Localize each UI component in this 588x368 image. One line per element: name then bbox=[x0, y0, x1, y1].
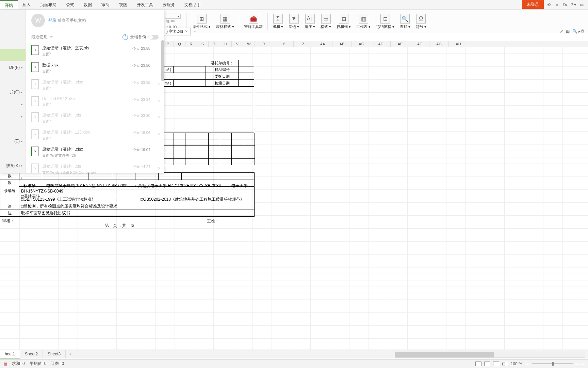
seg-cell-7[interactable] bbox=[182, 172, 218, 180]
hscroll-thumb[interactable] bbox=[395, 352, 494, 357]
doctab-right-0[interactable]: ⤢ bbox=[560, 29, 563, 34]
sheet-tab-heet1[interactable]: heet1 bbox=[0, 350, 20, 358]
percent-comma[interactable]: % ⁰⁰⁰ bbox=[165, 19, 181, 24]
data-cell-2-5[interactable] bbox=[220, 146, 232, 152]
data-cell-2-3[interactable] bbox=[197, 146, 209, 152]
menu-tab-4[interactable]: 数据 bbox=[79, 0, 97, 9]
data-cell-0-4[interactable] bbox=[209, 133, 220, 139]
col-header-U[interactable]: U bbox=[220, 41, 232, 47]
close-tab-icon[interactable]: × bbox=[185, 29, 187, 34]
menu-tab-9[interactable]: 文档助手 bbox=[180, 0, 206, 9]
col-header-P[interactable]: P bbox=[162, 41, 174, 47]
view-normal-icon[interactable] bbox=[475, 362, 481, 366]
menu-tab-0[interactable]: 开始 bbox=[0, 0, 18, 9]
data-cell-0-0[interactable] bbox=[162, 133, 174, 139]
data-cell-0-6[interactable] bbox=[232, 133, 243, 139]
panel-scrollbar-thumb[interactable] bbox=[161, 40, 164, 81]
col-header-S[interactable]: S bbox=[197, 41, 209, 47]
view-break-icon[interactable] bbox=[493, 362, 499, 366]
entrust-date-value[interactable] bbox=[239, 73, 254, 80]
data-cell-2-6[interactable] bbox=[232, 146, 243, 152]
recent-file-7[interactable]: X原始记录（灌砂）.xls文档/AnyBizSoft PDF Converter… bbox=[26, 161, 164, 178]
ribbon-表格样式 ▾[interactable]: ▦表格样式 ▾ bbox=[213, 13, 237, 31]
file-sidebar-item-9[interactable] bbox=[0, 123, 26, 135]
sheet-tab-Sheet2[interactable]: Sheet2 bbox=[20, 350, 43, 358]
data-cell-4-3[interactable] bbox=[197, 159, 209, 165]
col-header-Q[interactable]: Q bbox=[174, 41, 185, 47]
view-reading-icon[interactable]: ⊡ bbox=[502, 362, 508, 366]
menu-tab-2[interactable]: 页面布局 bbox=[35, 0, 61, 9]
ribbon-冻结窗格 ▾[interactable]: ⊡冻结窗格 ▾ bbox=[374, 13, 397, 31]
data-cell-2-0[interactable] bbox=[162, 146, 174, 152]
file-sidebar-item-12[interactable]: 恢复(K)▸ bbox=[0, 159, 26, 172]
file-sidebar-item-6[interactable]: 片(G)▸ bbox=[0, 86, 26, 98]
data-cell-2-4[interactable] bbox=[209, 146, 220, 152]
ribbon-符号 ▾[interactable]: Ω符号 ▾ bbox=[413, 13, 429, 31]
login-button[interactable]: 未登录 bbox=[522, 0, 544, 9]
data-cell-1-6[interactable] bbox=[232, 139, 243, 146]
zoom-slider[interactable] bbox=[532, 363, 573, 364]
help-icon[interactable]: ? bbox=[122, 34, 128, 40]
file-sidebar-item-5[interactable] bbox=[0, 74, 26, 86]
c2[interactable] bbox=[162, 73, 206, 80]
data-cell-0-7[interactable] bbox=[243, 133, 255, 139]
recent-file-3[interactable]: XUntitled.FR12.xlsx桌面/今天 23:34× bbox=[26, 94, 164, 110]
data-cell-1-2[interactable] bbox=[185, 139, 197, 146]
remove-recent-icon[interactable]: × bbox=[158, 81, 160, 86]
recent-file-6[interactable]: X原始记录（灌砂）.xlsx桌面/新建文件夹 (2)/今天 19:04 bbox=[26, 144, 164, 161]
menu-tab-1[interactable]: 插入 bbox=[18, 0, 35, 9]
col-header-T[interactable]: T bbox=[209, 41, 220, 47]
doctab-right-2[interactable]: 🔍 ▸查 bbox=[572, 29, 585, 34]
recent-file-2[interactable]: X原始记录（灌砂）.xlsx桌面/今天 23:35× bbox=[26, 77, 164, 94]
col-header-AB[interactable]: AB bbox=[332, 41, 352, 47]
c3[interactable] bbox=[174, 80, 206, 87]
file-sidebar-item-13[interactable]: ▸ bbox=[0, 172, 26, 184]
recent-file-5[interactable]: X原始记录（灌砂）123.xlsx桌面/今天 19:06× bbox=[26, 127, 164, 144]
data-cell-1-5[interactable] bbox=[220, 139, 232, 146]
menu-tab-3[interactable]: 公式 bbox=[61, 0, 79, 9]
col-header-AG[interactable]: AG bbox=[429, 41, 449, 47]
remove-recent-icon[interactable]: × bbox=[158, 98, 160, 103]
ribbon-查找 ▾[interactable]: 🔍查找 ▾ bbox=[397, 13, 413, 31]
col-header-X[interactable]: X bbox=[255, 41, 274, 47]
horizontal-scrollbar[interactable] bbox=[395, 352, 585, 358]
ribbon-格式 ▾[interactable]: ▭格式 ▾ bbox=[318, 13, 334, 31]
data-cell-3-7[interactable] bbox=[243, 152, 255, 159]
data-cell-0-2[interactable] bbox=[185, 133, 197, 139]
file-sidebar-item-4[interactable]: DF(F)▸ bbox=[0, 61, 26, 74]
order-no-value[interactable] bbox=[239, 60, 254, 66]
sun-icon[interactable]: ☼ bbox=[554, 2, 560, 8]
col-header-AH[interactable]: AH bbox=[449, 41, 468, 47]
col-header-W[interactable]: W bbox=[243, 41, 255, 47]
file-sidebar-item-10[interactable]: (E)▸ bbox=[0, 135, 26, 147]
c1[interactable] bbox=[174, 66, 206, 73]
login-link[interactable]: 登录 bbox=[48, 18, 56, 23]
file-sidebar-item-11[interactable] bbox=[0, 147, 26, 159]
file-sidebar-item-1[interactable] bbox=[0, 25, 26, 37]
data-cell-3-5[interactable] bbox=[220, 152, 232, 159]
col-header-AC[interactable]: AC bbox=[352, 41, 371, 47]
col-header-Z[interactable]: Z bbox=[294, 41, 313, 47]
zoom-in-icon[interactable]: — — bbox=[575, 362, 585, 366]
ribbon-筛选 ▾[interactable]: ▼筛选 ▾ bbox=[286, 13, 302, 31]
data-cell-1-0[interactable] bbox=[162, 139, 174, 146]
sync-icon[interactable]: ⟲ bbox=[546, 2, 552, 8]
col-header-R[interactable]: R bbox=[185, 41, 197, 47]
remove-recent-icon[interactable]: × bbox=[158, 132, 160, 136]
ribbon-行和列 ▾[interactable]: ⊟行和列 ▾ bbox=[334, 13, 354, 31]
data-cell-4-2[interactable] bbox=[185, 159, 197, 165]
data-cell-1-4[interactable] bbox=[209, 139, 220, 146]
ribbon-工作表 ▾[interactable]: ▥工作表 ▾ bbox=[354, 13, 373, 31]
data-cell-3-6[interactable] bbox=[232, 152, 243, 159]
help-icon[interactable]: ? ▾ bbox=[570, 2, 576, 8]
col-header-V[interactable]: V bbox=[232, 41, 243, 47]
sample-no-value[interactable] bbox=[239, 66, 254, 73]
data-cell-3-2[interactable] bbox=[185, 152, 197, 159]
menu-tab-8[interactable]: 云服务 bbox=[158, 0, 180, 9]
data-cell-0-5[interactable] bbox=[220, 133, 232, 139]
ribbon-求和 ▾[interactable]: Σ求和 ▾ bbox=[270, 13, 286, 31]
data-cell-4-0[interactable] bbox=[162, 159, 174, 165]
collapse-icon[interactable]: ▭ bbox=[578, 2, 585, 8]
data-cell-1-7[interactable] bbox=[243, 139, 255, 146]
user-avatar[interactable]: W bbox=[31, 14, 45, 27]
